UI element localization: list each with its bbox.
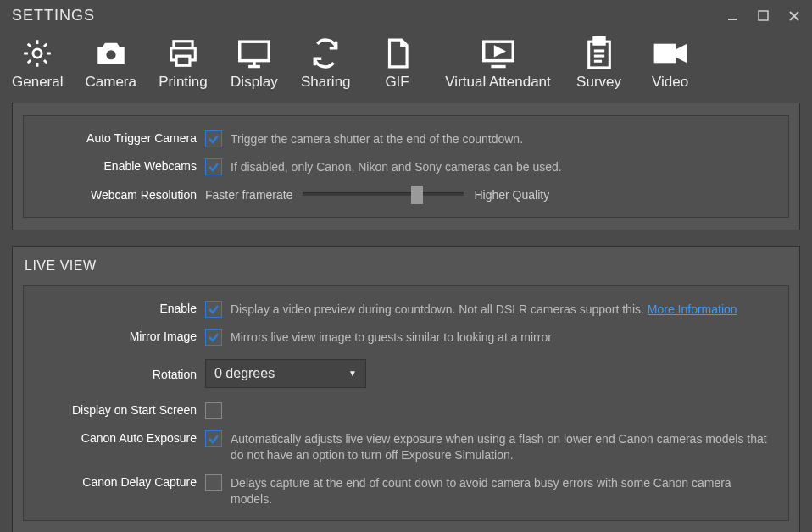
sync-icon — [309, 36, 342, 70]
tab-label: Camera — [85, 74, 136, 91]
gear-icon — [21, 36, 53, 70]
svg-rect-0 — [728, 19, 737, 20]
tab-label: Display — [231, 74, 278, 91]
slider-right-label: Higher Quality — [474, 186, 549, 203]
tab-label: Video — [652, 74, 688, 91]
canon-delay-checkbox[interactable] — [205, 474, 222, 491]
enable-label: Enable — [36, 300, 197, 315]
rotation-value: 0 degrees — [214, 366, 275, 381]
svg-rect-20 — [653, 44, 676, 64]
mirror-desc: Mirrors live view image to guests simila… — [231, 328, 552, 346]
enable-webcams-desc: If disabled, only Canon, Nikon and Sony … — [231, 158, 562, 175]
svg-point-4 — [33, 49, 42, 58]
tab-label: Survey — [576, 74, 621, 91]
auto-trigger-checkbox[interactable] — [205, 130, 222, 147]
resolution-slider[interactable] — [303, 192, 464, 196]
printer-icon — [166, 36, 200, 70]
tab-camera[interactable]: Camera — [80, 33, 141, 94]
tab-label: Printing — [159, 74, 208, 91]
maximize-button[interactable] — [758, 10, 770, 22]
tab-label: Sharing — [301, 74, 351, 91]
canon-delay-desc: Delays capture at the end of count down … — [231, 474, 773, 507]
mirror-label: Mirror Image — [36, 328, 197, 343]
close-button[interactable] — [788, 10, 800, 22]
live-view-title: LIVE VIEW — [13, 258, 799, 274]
svg-rect-9 — [240, 42, 270, 60]
canon-auto-desc: Automatically adjusts live view exposure… — [231, 429, 773, 463]
enable-webcams-checkbox[interactable] — [205, 158, 222, 175]
camera-icon — [93, 36, 129, 70]
enable-webcams-label: Enable Webcams — [36, 158, 197, 173]
video-icon — [653, 36, 688, 70]
window-title: SETTINGS — [12, 7, 95, 25]
rotation-label: Rotation — [36, 366, 197, 381]
tab-gif[interactable]: GIF — [368, 33, 427, 94]
canon-delay-label: Canon Delay Capture — [36, 474, 197, 489]
clipboard-icon — [585, 36, 614, 70]
tab-survey[interactable]: Survey — [570, 33, 629, 94]
slider-thumb[interactable] — [411, 186, 423, 204]
svg-rect-8 — [176, 56, 190, 65]
tab-virtual-attendant[interactable]: Virtual Attendant — [439, 33, 558, 94]
document-icon — [384, 36, 411, 70]
more-information-link[interactable]: More Information — [648, 302, 737, 316]
enable-desc: Display a video preview during countdown… — [231, 300, 737, 318]
svg-marker-21 — [676, 44, 687, 64]
tab-general[interactable]: General — [7, 33, 68, 94]
enable-checkbox[interactable] — [205, 301, 222, 318]
play-screen-icon — [481, 36, 516, 70]
mirror-checkbox[interactable] — [205, 329, 222, 346]
display-start-label: Display on Start Screen — [36, 402, 197, 417]
tab-label: GIF — [385, 74, 409, 91]
tab-sharing[interactable]: Sharing — [296, 33, 356, 94]
chevron-down-icon: ▼ — [348, 369, 357, 378]
auto-trigger-label: Auto Trigger Camera — [36, 130, 197, 145]
slider-left-label: Faster framerate — [205, 186, 292, 203]
tab-display[interactable]: Display — [225, 33, 284, 94]
tab-printing[interactable]: Printing — [153, 33, 213, 94]
canon-auto-label: Canon Auto Exposure — [36, 429, 197, 445]
minimize-button[interactable] — [727, 10, 739, 22]
svg-rect-1 — [759, 11, 768, 20]
webcam-resolution-label: Webcam Resolution — [36, 186, 197, 202]
svg-point-5 — [106, 50, 115, 59]
rotation-select[interactable]: 0 degrees ▼ — [205, 359, 366, 388]
canon-auto-checkbox[interactable] — [205, 430, 222, 447]
tab-label: General — [12, 74, 63, 91]
monitor-icon — [236, 36, 272, 70]
auto-trigger-desc: Trigger the camera shutter at the end of… — [231, 130, 523, 147]
tab-video[interactable]: Video — [641, 33, 700, 94]
tab-label: Virtual Attendant — [445, 74, 550, 91]
svg-rect-16 — [593, 38, 603, 45]
display-start-checkbox[interactable] — [205, 402, 222, 419]
svg-marker-13 — [495, 47, 503, 55]
